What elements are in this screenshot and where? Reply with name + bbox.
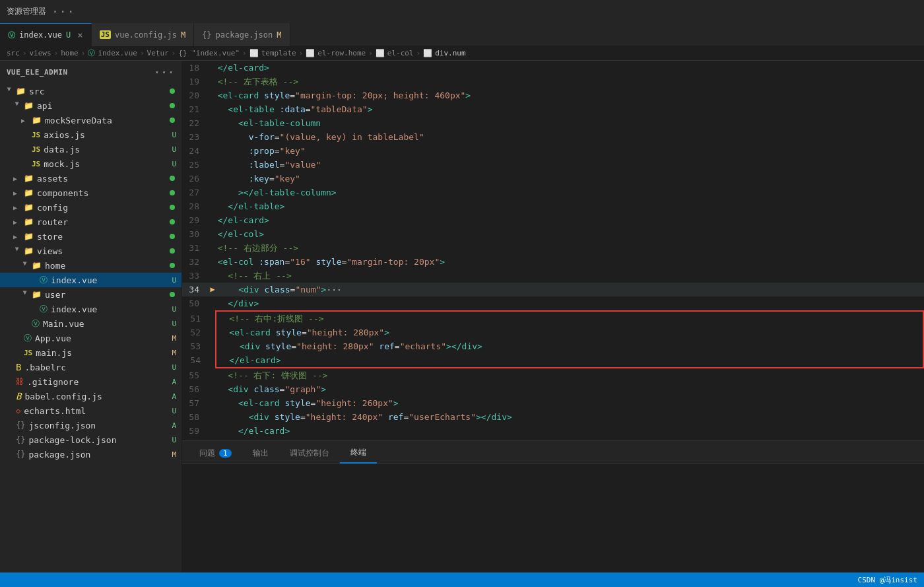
file-badge: M — [172, 349, 176, 357]
json-icon: {} — [16, 435, 25, 444]
sidebar: VUE_ELE_ADMIN ··· ▶ 📁 src ▶ 📁 api ▶ 📁 mo… — [0, 61, 182, 572]
red-box-section: 51 <!-- 右中:折线图 --> 52 <el-card style="he… — [215, 310, 924, 368]
item-label: api — [37, 101, 52, 111]
line-content: <el-card style="height: 260px"> — [207, 396, 924, 410]
breadcrumb-item-template[interactable]: template — [261, 49, 296, 57]
code-line-24: 24 :prop="key" — [182, 144, 924, 158]
breadcrumb-item[interactable]: home — [61, 49, 79, 57]
sidebar-item-src[interactable]: ▶ 📁 src — [0, 84, 182, 98]
sidebar-menu-button[interactable]: ··· — [154, 66, 175, 79]
status-dot — [170, 88, 175, 94]
file-badge: U — [172, 436, 176, 444]
title-dots[interactable]: ··· — [51, 5, 75, 18]
sidebar-item-gitignore[interactable]: ▶ ⛓ .gitignore A — [0, 374, 182, 389]
vue-file-icon: ⓥ — [40, 304, 48, 315]
breadcrumb-item[interactable]: {} "index.vue" — [178, 49, 240, 57]
line-number: 20 — [182, 88, 207, 102]
chevron-icon: ▶ — [13, 233, 21, 240]
breadcrumb-item[interactable]: Vetur — [147, 49, 169, 57]
panel-content — [182, 464, 924, 572]
sidebar-item-data-js[interactable]: ▶ JS data.js U — [0, 142, 182, 156]
item-label: package-lock.json — [28, 435, 116, 445]
breadcrumb-item[interactable]: src — [7, 49, 20, 57]
code-editor[interactable]: 18 </el-card> 19 <!-- 左下表格 --> 20 <el-ca… — [182, 61, 924, 440]
line-number: 50 — [182, 296, 207, 310]
sidebar-item-router[interactable]: ▶ 📁 router — [0, 215, 182, 229]
panel-tab-output[interactable]: 输出 — [242, 444, 279, 464]
code-line-31: 31 <!-- 右边部分 --> — [182, 241, 924, 255]
sidebar-item-user-index-vue[interactable]: ▶ ⓥ index.vue U — [0, 302, 182, 316]
sidebar-item-views[interactable]: ▶ 📁 views — [0, 244, 182, 258]
sidebar-item-axios[interactable]: ▶ JS axios.js U — [0, 127, 182, 142]
sidebar-item-mock-js[interactable]: ▶ JS mock.js U — [0, 156, 182, 171]
file-badge: U — [172, 305, 176, 314]
box-icon3: ⬜ — [376, 49, 385, 57]
breadcrumb-item[interactable]: views — [30, 49, 51, 57]
breadcrumb-item-divnum[interactable]: div.num — [435, 49, 465, 57]
tab-close-button[interactable]: × — [77, 30, 82, 40]
sidebar-item-api[interactable]: ▶ 📁 api — [0, 98, 182, 113]
html-icon: ◇ — [16, 406, 20, 415]
sidebar-item-package-json[interactable]: ▶ {} package.json M — [0, 447, 182, 462]
item-label: assets — [37, 174, 68, 184]
sidebar-item-package-lock[interactable]: ▶ {} package-lock.json U — [0, 432, 182, 447]
item-label: src — [29, 86, 44, 96]
code-line-53: 53 <div style="height: 280px" ref="echar… — [183, 339, 923, 353]
breadcrumb-item[interactable]: index.vue — [98, 49, 137, 57]
folder-icon: 📁 — [24, 174, 34, 183]
status-dot — [170, 248, 175, 254]
sidebar-item-mockServeData[interactable]: ▶ 📁 mockServeData — [0, 113, 182, 127]
status-dot — [170, 205, 175, 210]
breadcrumb-item[interactable]: el-col — [387, 49, 414, 57]
code-scroll[interactable]: 18 </el-card> 19 <!-- 左下表格 --> 20 <el-ca… — [182, 61, 924, 440]
sidebar-item-echarts-html[interactable]: ▶ ◇ echarts.html U — [0, 403, 182, 418]
folder-icon: 📁 — [24, 188, 34, 197]
code-line-21: 21 <el-table :data="tableData"> — [182, 102, 924, 116]
breadcrumb-sep: › — [299, 49, 304, 57]
sidebar-item-home[interactable]: ▶ 📁 home — [0, 258, 182, 273]
line-content: </el-card> — [207, 213, 924, 227]
file-badge: A — [172, 392, 176, 401]
item-label: home — [45, 261, 65, 271]
line-content: </el-card> — [209, 353, 923, 367]
sidebar-item-main-vue[interactable]: ▶ ⓥ Main.vue U — [0, 316, 182, 331]
line-number: 30 — [182, 227, 207, 241]
sidebar-item-app-vue[interactable]: ▶ ⓥ App.vue M — [0, 331, 182, 345]
line-number: 27 — [182, 186, 207, 199]
sidebar-item-babelrc[interactable]: ▶ B .babelrc U — [0, 360, 182, 374]
tab-label: package.json — [216, 30, 273, 40]
tab-index-vue[interactable]: ⓥ index.vue U × — [0, 23, 92, 46]
sidebar-item-jsconfig[interactable]: ▶ {} jsconfig.json A — [0, 418, 182, 432]
folder-icon: 📁 — [24, 217, 34, 226]
chevron-icon: ▶ — [13, 219, 21, 226]
tab-package-json[interactable]: {} package.json M — [194, 23, 290, 46]
box-icon: ⬜ — [249, 49, 259, 57]
line-content: :label="value" — [207, 158, 924, 172]
folder-icon: 📁 — [24, 232, 34, 241]
sidebar-item-components[interactable]: ▶ 📁 components — [0, 186, 182, 200]
panel-tab-problems[interactable]: 问题 1 — [189, 444, 242, 464]
file-badge: M — [172, 334, 176, 343]
code-line-51: 51 <!-- 右中:折线图 --> — [183, 312, 923, 326]
sidebar-item-config[interactable]: ▶ 📁 config — [0, 200, 182, 215]
sidebar-item-user[interactable]: ▶ 📁 user — [0, 287, 182, 302]
expand-arrow[interactable]: ▶ — [207, 283, 218, 296]
panel-tab-terminal[interactable]: 终端 — [340, 443, 377, 464]
panel-tab-label: 输出 — [253, 448, 269, 459]
breadcrumb-item[interactable]: el-row.home — [317, 49, 366, 57]
line-number: 32 — [182, 255, 207, 269]
tab-vue-config[interactable]: JS vue.config.js M — [92, 23, 194, 46]
code-line-52: 52 <el-card style="height: 280px"> — [183, 326, 923, 339]
item-label: components — [37, 188, 88, 198]
sidebar-item-main-js[interactable]: ▶ JS main.js M — [0, 345, 182, 360]
sidebar-item-assets[interactable]: ▶ 📁 assets — [0, 171, 182, 186]
code-line-55: 55 <!-- 右下: 饼状图 --> — [182, 368, 924, 382]
sidebar-item-home-index-vue[interactable]: ▶ ⓥ index.vue U — [0, 273, 182, 287]
line-number: 28 — [182, 199, 207, 213]
js-file-icon: JS — [32, 160, 40, 168]
sidebar-item-store[interactable]: ▶ 📁 store — [0, 229, 182, 244]
sidebar-item-babel-config[interactable]: ▶ B babel.config.js A — [0, 389, 182, 403]
panel-tab-debug[interactable]: 调试控制台 — [279, 444, 340, 464]
line-number: 54 — [183, 353, 209, 367]
tab-badge-m2: M — [277, 30, 281, 40]
